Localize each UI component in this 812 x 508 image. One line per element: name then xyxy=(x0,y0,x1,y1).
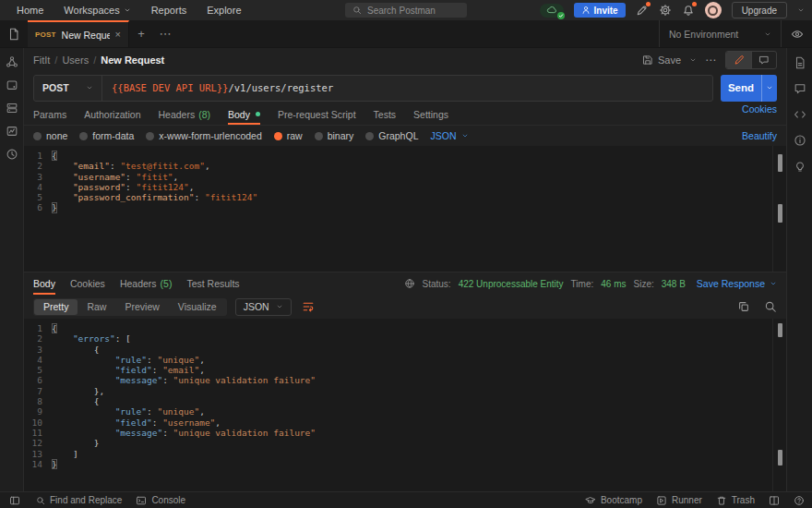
sidebar-item-environments[interactable] xyxy=(6,79,18,91)
language-dropdown[interactable]: JSON xyxy=(430,130,468,141)
tab-body[interactable]: Body xyxy=(228,103,260,125)
mode-graphql[interactable]: GraphQL xyxy=(365,130,418,141)
runner-play-icon xyxy=(656,495,667,506)
sync-status-icon[interactable] xyxy=(540,4,564,18)
comment-button[interactable] xyxy=(751,52,776,68)
tab-options-button[interactable]: ⋯ xyxy=(153,20,177,47)
url-input[interactable]: {{BASE_DEV_API_URL}}/v1/users/register xyxy=(102,82,342,93)
save-dropdown-button[interactable] xyxy=(689,56,697,64)
view-pretty[interactable]: Pretty xyxy=(34,299,78,315)
copy-button[interactable] xyxy=(737,300,750,313)
runner-label: Runner xyxy=(672,495,702,505)
edit-mode-button[interactable] xyxy=(726,52,751,68)
find-and-replace-button[interactable]: Find and Replace xyxy=(36,495,122,505)
code-line: 3 "username": "fitit", xyxy=(24,172,786,182)
sidebar-item-apis[interactable] xyxy=(6,55,18,68)
breadcrumb-separator: / xyxy=(93,54,96,66)
settings-button[interactable] xyxy=(659,4,672,17)
view-raw[interactable]: Raw xyxy=(78,299,115,315)
sidebar-toggle-button[interactable] xyxy=(7,495,22,506)
gear-icon xyxy=(659,4,672,17)
sidebar-item-history[interactable] xyxy=(6,148,18,161)
bootcamp-button[interactable]: Bootcamp xyxy=(585,495,642,506)
tab-tests[interactable]: Tests xyxy=(374,103,397,125)
mode-raw[interactable]: raw xyxy=(274,130,303,141)
mode-form-data[interactable]: form-data xyxy=(79,130,134,141)
beautify-link[interactable]: Beautify xyxy=(742,130,777,141)
nav-reports[interactable]: Reports xyxy=(141,0,197,20)
editor-scrollbar[interactable] xyxy=(772,146,786,272)
response-tab-headers[interactable]: Headers (5) xyxy=(120,272,173,295)
breadcrumb: FitIt / Users / New Request xyxy=(33,54,164,66)
globe-icon[interactable] xyxy=(404,278,415,289)
right-sidebar xyxy=(786,48,812,491)
sidebar-item-monitors[interactable] xyxy=(6,125,18,138)
chevron-down-icon xyxy=(276,303,283,310)
code-line: 11 "message": "unique validation failure… xyxy=(24,428,786,438)
two-pane-view-button[interactable] xyxy=(769,495,780,506)
send-dropdown-button[interactable] xyxy=(761,75,777,102)
more-actions-button[interactable]: ⋯ xyxy=(705,54,717,67)
editor-scrollbar[interactable] xyxy=(772,319,786,491)
search-response-button[interactable] xyxy=(764,300,777,313)
request-info-button[interactable] xyxy=(794,134,806,147)
send-button[interactable]: Send xyxy=(721,75,777,102)
documentation-button[interactable] xyxy=(794,56,806,69)
pub-request-button[interactable] xyxy=(794,160,806,173)
response-tab-cookies[interactable]: Cookies xyxy=(70,272,105,295)
view-preview[interactable]: Preview xyxy=(115,299,168,315)
view-visualize[interactable]: Visualize xyxy=(169,299,226,315)
upgrade-dropdown-button[interactable] xyxy=(797,6,805,14)
nav-workspaces[interactable]: Workspaces xyxy=(54,0,140,20)
cookies-link[interactable]: Cookies xyxy=(742,103,777,125)
avatar[interactable] xyxy=(705,2,722,18)
request-tab[interactable]: POST New Request × xyxy=(28,20,129,47)
wrap-text-button[interactable] xyxy=(302,300,315,313)
response-body-editor[interactable]: 1{2 "errors": [3 {4 "rule": "unique",5 "… xyxy=(24,319,786,491)
whats-new-button[interactable] xyxy=(636,4,649,17)
trash-button[interactable]: Trash xyxy=(716,495,755,506)
scroll-mark xyxy=(778,204,782,223)
response-view-switcher: Pretty Raw Preview Visualize xyxy=(33,298,227,316)
environment-selector[interactable]: No Environment xyxy=(659,20,781,47)
tab-params[interactable]: Params xyxy=(33,103,66,125)
tab-authorization[interactable]: Authorization xyxy=(84,103,140,125)
tab-settings[interactable]: Settings xyxy=(413,103,448,125)
status-bar: Find and Replace Console Bootcamp Runner… xyxy=(0,491,812,508)
top-nav: Home Workspaces Reports Explore Search P… xyxy=(0,0,812,20)
console-button[interactable]: Console xyxy=(136,495,185,506)
sidebar-item-mock-servers[interactable] xyxy=(6,102,18,115)
nav-explore[interactable]: Explore xyxy=(197,0,251,20)
method-value: POST xyxy=(42,82,69,93)
radio-icon xyxy=(365,132,374,140)
invite-button[interactable]: Invite xyxy=(574,3,626,18)
save-floppy-icon xyxy=(642,54,653,66)
environment-quick-look-button[interactable] xyxy=(781,20,812,47)
new-file-button[interactable] xyxy=(0,20,28,47)
response-language-dropdown[interactable]: JSON xyxy=(235,298,292,316)
search-input[interactable]: Search Postman xyxy=(345,3,467,18)
tab-headers[interactable]: Headers (8) xyxy=(158,103,210,125)
breadcrumb-collection[interactable]: FitIt xyxy=(33,54,50,66)
save-response-button[interactable]: Save Response xyxy=(697,278,777,289)
mode-binary[interactable]: binary xyxy=(315,130,354,141)
close-icon[interactable]: × xyxy=(115,30,121,40)
mode-none[interactable]: none xyxy=(33,130,67,141)
request-body-editor[interactable]: 1{2 "email": "test@fitit.com",3 "usernam… xyxy=(24,146,786,272)
code-snippet-button[interactable] xyxy=(794,108,806,121)
comments-button[interactable] xyxy=(794,82,806,95)
method-dropdown[interactable]: POST xyxy=(34,76,102,101)
notifications-button[interactable] xyxy=(682,4,695,17)
help-button[interactable] xyxy=(794,495,805,506)
breadcrumb-request[interactable]: New Request xyxy=(101,54,164,66)
response-tab-body[interactable]: Body xyxy=(33,272,55,295)
save-button[interactable]: Save xyxy=(642,54,681,66)
mode-urlencoded[interactable]: x-www-form-urlencoded xyxy=(146,130,261,141)
tab-pre-request-script[interactable]: Pre-request Script xyxy=(278,103,356,125)
response-tab-test-results[interactable]: Test Results xyxy=(186,272,239,295)
breadcrumb-folder[interactable]: Users xyxy=(62,54,89,66)
runner-button[interactable]: Runner xyxy=(656,495,702,506)
new-tab-button[interactable]: + xyxy=(129,20,153,47)
upgrade-button[interactable]: Upgrade xyxy=(732,2,787,18)
nav-home[interactable]: Home xyxy=(0,0,54,20)
